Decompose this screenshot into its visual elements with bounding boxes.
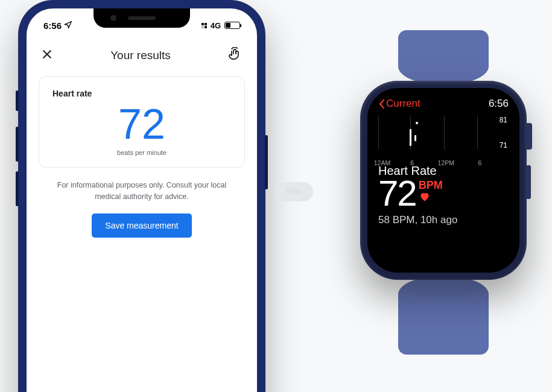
save-measurement-button[interactable]: Save measurement bbox=[92, 213, 191, 238]
watch-band-bottom bbox=[398, 276, 489, 355]
watch-screen: Current 6:56 81 71 12AM 6 12PM 6 bbox=[367, 88, 519, 273]
disclaimer-text: For informational purposes only. Consult… bbox=[27, 177, 257, 213]
back-label: Current bbox=[386, 98, 420, 110]
location-icon bbox=[64, 21, 72, 31]
back-button[interactable]: Current bbox=[378, 98, 420, 110]
watch-status-bar: Current 6:56 bbox=[378, 98, 509, 110]
chart-gridlines bbox=[378, 116, 509, 150]
chart-data-point bbox=[416, 122, 418, 124]
phone-silent-switch bbox=[16, 90, 19, 111]
watch-subtitle: 58 BPM, 10h ago bbox=[378, 214, 509, 226]
iphone-device-frame: 6:56 4G Your results bbox=[18, 0, 265, 392]
watch-time: 6:56 bbox=[489, 98, 509, 110]
watch-case: Current 6:56 81 71 12AM 6 12PM 6 bbox=[360, 81, 527, 280]
digital-crown bbox=[525, 123, 532, 150]
chart-y-min: 71 bbox=[500, 141, 507, 150]
hand-tap-icon[interactable] bbox=[228, 47, 243, 64]
heart-rate-unit: beats per minute bbox=[52, 149, 231, 156]
network-type: 4G bbox=[211, 21, 221, 30]
heart-rate-value: 72 bbox=[52, 103, 231, 145]
phone-volume-up bbox=[16, 127, 19, 162]
watch-band-top bbox=[398, 30, 489, 84]
progress-pill: 80% bbox=[274, 182, 313, 201]
chart-y-max: 81 bbox=[500, 116, 507, 124]
watch-side-button bbox=[526, 165, 531, 199]
chart-data-bar bbox=[410, 129, 411, 146]
phone-volume-down bbox=[16, 171, 19, 206]
watch-heart-rate-value: 72 bbox=[378, 175, 416, 212]
battery-icon bbox=[224, 22, 240, 29]
card-label: Heart rate bbox=[52, 89, 231, 98]
page-title: Your results bbox=[110, 49, 171, 62]
heart-rate-card: Heart rate 72 beats per minute bbox=[39, 76, 245, 168]
phone-screen: 6:56 4G Your results bbox=[27, 8, 257, 392]
apple-watch-device: Current 6:56 81 71 12AM 6 12PM 6 bbox=[356, 30, 531, 356]
speaker-grille bbox=[128, 16, 156, 20]
cellular-signal-icon bbox=[201, 23, 207, 28]
phone-power-button bbox=[265, 135, 268, 189]
heart-rate-chart[interactable]: 81 71 12AM 6 12PM 6 bbox=[378, 113, 509, 159]
heart-rate-reading: 72 BPM bbox=[378, 175, 509, 212]
phone-notch bbox=[94, 8, 190, 28]
app-header: Your results bbox=[27, 35, 257, 71]
chart-data-bar bbox=[414, 135, 416, 141]
heart-icon bbox=[419, 191, 443, 204]
status-time: 6:56 bbox=[43, 21, 62, 31]
close-icon[interactable] bbox=[41, 48, 53, 63]
front-camera bbox=[110, 15, 116, 21]
bpm-label: BPM bbox=[419, 179, 443, 192]
